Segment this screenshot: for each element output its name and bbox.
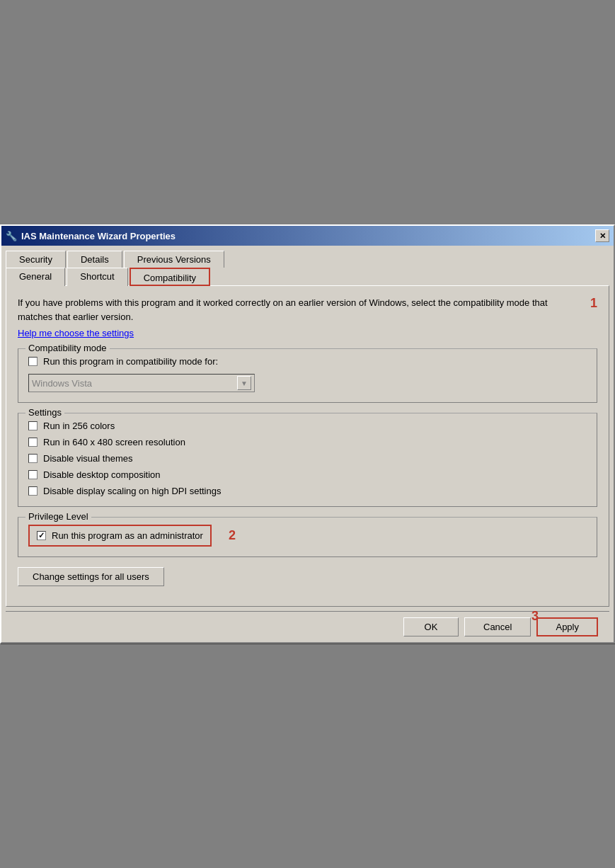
annotation-1: 1	[590, 296, 597, 311]
tab-shortcut[interactable]: Shortcut	[67, 268, 127, 286]
intro-block: If you have problems with this program a…	[18, 296, 585, 348]
ok-button[interactable]: OK	[403, 617, 459, 636]
select-arrow-icon: ▼	[237, 376, 251, 390]
compatibility-checkbox-row: Run this program in compatibility mode f…	[28, 356, 587, 367]
setting-row-0: Run in 256 colors	[28, 421, 587, 431]
tab-row-1: Security Details Previous Versions	[1, 246, 614, 267]
setting-checkbox-0[interactable]	[28, 421, 38, 430]
tab-general[interactable]: General	[6, 268, 65, 286]
change-settings-row: Change settings for all users	[18, 567, 597, 596]
help-link[interactable]: Help me choose the settings	[18, 328, 585, 338]
title-bar: 🔧 IAS Maintenance Wizard Properties ✕	[1, 226, 614, 246]
compatibility-mode-label: Compatibility mode	[25, 343, 110, 353]
settings-group-label: Settings	[25, 407, 64, 418]
setting-label-4: Disable display scaling on high DPI sett…	[43, 486, 221, 496]
cancel-button[interactable]: Cancel	[464, 617, 531, 636]
setting-row-2: Disable visual themes	[28, 453, 587, 464]
apply-button[interactable]: Apply	[536, 617, 598, 636]
setting-checkbox-3[interactable]	[28, 470, 38, 479]
setting-row-3: Disable desktop composition	[28, 469, 587, 480]
privilege-group: Privilege Level Run this program as an a…	[18, 517, 597, 557]
privilege-group-label: Privilege Level	[25, 511, 91, 522]
tab-row-2: General Shortcut Compatibility	[1, 267, 614, 285]
bottom-buttons: 3 OK Cancel Apply	[6, 611, 609, 642]
change-settings-button[interactable]: Change settings for all users	[18, 567, 164, 586]
tab-details[interactable]: Details	[67, 251, 122, 268]
annotation-3: 3	[531, 609, 539, 624]
privilege-row: Run this program as an administrator 2	[28, 525, 587, 547]
setting-checkbox-1[interactable]	[28, 438, 38, 447]
setting-checkbox-4[interactable]	[28, 486, 38, 496]
setting-checkbox-2[interactable]	[28, 454, 38, 463]
intro-text: If you have problems with this program a…	[18, 296, 585, 324]
setting-label-1: Run in 640 x 480 screen resolution	[43, 437, 185, 447]
window-icon: 🔧	[6, 230, 17, 241]
window-title: IAS Maintenance Wizard Properties	[21, 231, 176, 241]
compatibility-checkbox[interactable]	[28, 357, 38, 366]
compatibility-checkbox-label: Run this program in compatibility mode f…	[43, 356, 218, 367]
setting-label-2: Disable visual themes	[43, 453, 132, 464]
main-window: 🔧 IAS Maintenance Wizard Properties ✕ Se…	[0, 224, 615, 644]
setting-row-4: Disable display scaling on high DPI sett…	[28, 486, 587, 496]
title-bar-left: 🔧 IAS Maintenance Wizard Properties	[6, 230, 176, 241]
intro-row: If you have problems with this program a…	[18, 296, 597, 348]
tab-security[interactable]: Security	[6, 251, 66, 268]
compatibility-select[interactable]: Windows Vista ▼	[28, 374, 255, 392]
privilege-label: Run this program as an administrator	[52, 530, 203, 541]
compatibility-select-row: Windows Vista ▼	[28, 374, 587, 392]
content-area: If you have problems with this program a…	[6, 285, 609, 607]
settings-group: Settings Run in 256 colors Run in 640 x …	[18, 413, 597, 507]
privilege-checkbox[interactable]	[37, 531, 46, 540]
compatibility-mode-group: Compatibility mode Run this program in c…	[18, 348, 597, 403]
tab-compatibility[interactable]: Compatibility	[130, 268, 210, 286]
privilege-inner: Run this program as an administrator	[28, 525, 212, 547]
setting-row-1: Run in 640 x 480 screen resolution	[28, 437, 587, 447]
tab-previous-versions[interactable]: Previous Versions	[124, 251, 224, 268]
close-button[interactable]: ✕	[595, 229, 609, 242]
setting-label-0: Run in 256 colors	[43, 421, 115, 431]
annotation-2: 2	[229, 528, 236, 543]
compatibility-select-value: Windows Vista	[32, 378, 92, 389]
setting-label-3: Disable desktop composition	[43, 469, 160, 480]
